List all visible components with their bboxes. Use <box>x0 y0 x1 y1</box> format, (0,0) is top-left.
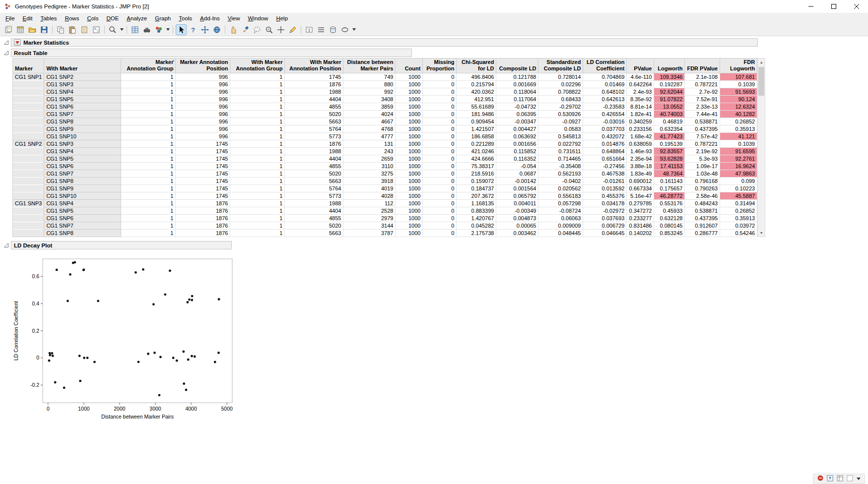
table-cell[interactable]: 5663 <box>285 230 343 237</box>
table-cell[interactable]: 4777 <box>343 133 396 140</box>
table-cell[interactable]: 0 <box>423 222 457 230</box>
oval-tool-button[interactable] <box>339 24 350 35</box>
table-cell[interactable]: 1 <box>230 200 285 207</box>
table-cell[interactable]: 1 <box>121 155 176 163</box>
table-cell[interactable]: 0.099 <box>720 178 757 185</box>
table-cell[interactable]: 4855 <box>285 163 343 170</box>
table-cell[interactable]: 1000 <box>396 155 423 163</box>
table-cell[interactable]: 0.426554 <box>583 111 627 118</box>
table-cell[interactable]: 0.831486 <box>627 222 654 230</box>
table-cell[interactable]: 3.88e-18 <box>627 163 654 170</box>
table-cell[interactable]: 412.951 <box>457 96 496 103</box>
table-cell[interactable]: 1876 <box>176 200 230 207</box>
table-cell[interactable]: 0.159072 <box>457 178 496 185</box>
table-cell[interactable]: 0.642613 <box>583 96 627 103</box>
table-cell[interactable]: 92.2761 <box>720 155 757 163</box>
minimize-button[interactable] <box>800 0 822 13</box>
dropdown-caret-icon[interactable] <box>857 476 861 482</box>
table-cell[interactable]: 996 <box>176 88 230 96</box>
table-cell[interactable]: 1 <box>230 185 285 192</box>
table-cell[interactable]: 0.161143 <box>654 178 685 185</box>
table-cell[interactable]: 749 <box>343 73 396 81</box>
table-cell[interactable]: 0.437395 <box>685 215 720 222</box>
table-cell[interactable]: 0.140202 <box>627 230 654 237</box>
table-cell[interactable]: 1.82e-41 <box>627 111 654 118</box>
table-cell[interactable]: 0.347272 <box>627 207 654 215</box>
table-cell[interactable]: 0.286777 <box>685 230 720 237</box>
table-cell[interactable]: 0 <box>423 215 457 222</box>
table-cell[interactable]: 0.014876 <box>583 140 627 148</box>
restore-window-icon[interactable] <box>827 475 833 483</box>
table-cell[interactable]: 1000 <box>396 207 423 215</box>
table-cell[interactable]: 0.00065 <box>496 222 538 230</box>
line-tool-button[interactable] <box>316 24 327 35</box>
table-cell[interactable]: 0.116352 <box>496 155 538 163</box>
row-label-marker[interactable] <box>13 133 44 140</box>
table-cell[interactable]: 996 <box>176 103 230 111</box>
table-cell[interactable]: 8.81e-14 <box>627 103 654 111</box>
row-label-marker[interactable]: CG1 SNP2 <box>13 140 44 148</box>
menu-file[interactable]: File <box>1 14 19 23</box>
table-cell[interactable]: 0.642264 <box>627 81 654 88</box>
table-cell[interactable]: 1000 <box>396 118 423 125</box>
table-cell[interactable]: 1000 <box>396 96 423 103</box>
column-header-fdr-pvalue[interactable]: FDR PValue <box>685 59 720 73</box>
table-cell[interactable]: 421.0246 <box>457 148 496 155</box>
table-cell[interactable]: 0.115852 <box>496 148 538 155</box>
table-cell[interactable]: 5764 <box>285 125 343 133</box>
paste-button[interactable] <box>67 24 78 35</box>
table-cell[interactable]: 1 <box>230 192 285 200</box>
table-cell[interactable]: 0.787221 <box>685 140 720 148</box>
table-cell[interactable]: 4028 <box>343 192 396 200</box>
table-cell[interactable]: 0.484243 <box>685 200 720 207</box>
table-cell[interactable]: 41.77423 <box>654 133 685 140</box>
table-cell[interactable]: 0.279785 <box>627 200 654 207</box>
table-cell[interactable]: 4404 <box>285 155 343 163</box>
status-error-icon[interactable] <box>817 475 823 482</box>
table-cell[interactable]: 0 <box>423 170 457 178</box>
data-grid-button[interactable] <box>130 24 140 35</box>
table-cell[interactable]: 2.35e-94 <box>627 155 654 163</box>
table-cell[interactable]: 0.26852 <box>720 118 757 125</box>
table-cell[interactable]: 5.16e-47 <box>627 192 654 200</box>
blank-window-icon[interactable] <box>847 475 853 483</box>
column-header-position[interactable]: Marker AnnotationPosition <box>176 59 230 73</box>
table-cell[interactable]: 0.638059 <box>627 140 654 148</box>
table-cell[interactable]: 91.07822 <box>654 96 685 103</box>
table-cell[interactable]: -0.054 <box>496 163 538 170</box>
table-cell[interactable]: 0.46819 <box>654 118 685 125</box>
table-cell[interactable]: 1000 <box>396 140 423 148</box>
table-cell[interactable]: 992 <box>343 88 396 96</box>
table-cell[interactable]: 1745 <box>285 73 343 81</box>
table-cell[interactable]: 0.731611 <box>538 148 583 155</box>
column-header-logworth[interactable]: Logworth <box>654 59 685 73</box>
table-cell[interactable]: 2659 <box>343 155 396 163</box>
table-cell[interactable]: 0.03972 <box>720 222 757 230</box>
row-label-with-marker[interactable]: CG1 SNP5 <box>44 207 121 215</box>
table-cell[interactable]: 0.545813 <box>538 133 583 140</box>
column-header-annotation-position[interactable]: With MarkerAnnotation Position <box>285 59 343 73</box>
table-cell[interactable]: 243 <box>343 148 396 155</box>
table-cell[interactable]: 1 <box>121 111 176 118</box>
table-cell[interactable]: 1000 <box>396 215 423 222</box>
table-cell[interactable]: 1 <box>230 230 285 237</box>
table-cell[interactable]: 7.52e-91 <box>685 96 720 103</box>
table-cell[interactable]: 424.6666 <box>457 155 496 163</box>
table-cell[interactable]: 5.3e-93 <box>685 155 720 163</box>
table-cell[interactable]: 1 <box>121 170 176 178</box>
table-cell[interactable]: 0.648864 <box>583 148 627 155</box>
globe-tool-button[interactable] <box>211 24 222 35</box>
table-cell[interactable]: 0.10223 <box>720 185 757 192</box>
table-cell[interactable]: 1 <box>121 140 176 148</box>
table-cell[interactable]: 0.45933 <box>654 207 685 215</box>
table-cell[interactable]: 186.6858 <box>457 133 496 140</box>
table-cell[interactable]: 420.0362 <box>457 88 496 96</box>
row-label-marker[interactable]: CG1 SNP3 <box>13 200 44 207</box>
table-cell[interactable]: 0.54246 <box>720 230 757 237</box>
table-cell[interactable]: 0.0583 <box>538 125 583 133</box>
table-cell[interactable]: 0 <box>423 81 457 88</box>
row-label-marker[interactable] <box>13 103 44 111</box>
table-cell[interactable]: 1 <box>230 155 285 163</box>
table-cell[interactable]: 1000 <box>396 81 423 88</box>
annotate-tool-button[interactable] <box>287 24 298 35</box>
